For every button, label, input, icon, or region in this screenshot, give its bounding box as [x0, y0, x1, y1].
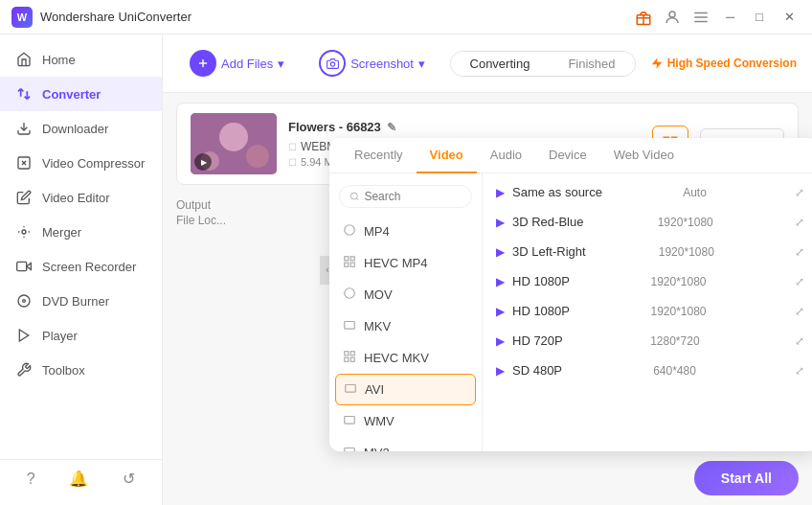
svg-rect-25	[350, 257, 354, 261]
sidebar-home-label: Home	[42, 53, 76, 67]
quality-hd-720p[interactable]: ▶ HD 720P 1280*720 ⤢	[483, 326, 812, 356]
screenshot-button[interactable]: Screenshot ▾	[307, 44, 437, 82]
format-item-mov[interactable]: MOV	[329, 279, 482, 310]
tab-converting[interactable]: Converting	[451, 52, 550, 76]
home-icon	[15, 51, 33, 68]
quality-list: ▶ Same as source Auto ⤢ ▶ 3D Red-Blue 19…	[483, 173, 812, 451]
quality-sd480-edit-icon[interactable]: ⤢	[795, 364, 804, 378]
toolbar: Add Files ▾ Screenshot ▾ Converting Fini…	[163, 34, 812, 93]
sidebar-item-dvd-burner[interactable]: DVD Burner	[0, 284, 162, 318]
svg-point-11	[23, 300, 26, 303]
sidebar-bottom: ? 🔔 ↺	[0, 459, 162, 497]
format-body: MP4 HEVC MP4 MOV	[329, 173, 812, 451]
downloader-icon	[15, 120, 33, 137]
app-title: Wondershare UniConverter	[40, 10, 192, 24]
quality-3d-rb-label: 3D Red-Blue	[512, 215, 583, 229]
maximize-button[interactable]: □	[750, 10, 769, 24]
format-tab-recently[interactable]: Recently	[341, 138, 417, 173]
sidebar-item-toolbox[interactable]: Toolbox	[0, 353, 162, 387]
quality-hd-1080p-1[interactable]: ▶ HD 1080P 1920*1080 ⤢	[483, 266, 812, 296]
svg-rect-36	[345, 448, 355, 452]
svg-point-7	[22, 230, 26, 234]
gift-icon[interactable]	[634, 8, 653, 27]
svg-rect-27	[350, 263, 354, 266]
svg-marker-12	[19, 330, 28, 341]
quality-3d-lr-edit-icon[interactable]: ⤢	[795, 245, 804, 259]
quality-hd-1080p-2[interactable]: ▶ HD 1080P 1920*1080 ⤢	[483, 296, 812, 326]
sidebar-item-video-editor[interactable]: Video Editor	[0, 180, 162, 215]
app-body: Home Converter Downloader Video Compress…	[0, 34, 812, 505]
editor-icon	[15, 189, 33, 206]
quality-3d-rb-edit-icon[interactable]: ⤢	[795, 216, 804, 229]
help-icon[interactable]: ?	[27, 471, 35, 488]
svg-point-1	[669, 11, 675, 17]
quality-same-label: Same as source	[512, 185, 602, 199]
add-files-button[interactable]: Add Files ▾	[178, 44, 296, 82]
sidebar-item-screen-recorder[interactable]: Screen Recorder	[0, 249, 162, 284]
sidebar-item-video-compressor[interactable]: Video Compressor	[0, 146, 162, 180]
notification-icon[interactable]: 🔔	[69, 470, 88, 488]
sidebar: Home Converter Downloader Video Compress…	[0, 34, 163, 505]
quality-same-edit-icon[interactable]: ⤢	[795, 186, 804, 199]
quality-hd720-edit-icon[interactable]: ⤢	[795, 334, 804, 348]
titlebar-icons: ─ □ ✕	[634, 8, 801, 27]
quality-hd1-edit-icon[interactable]: ⤢	[795, 275, 804, 288]
format-item-mkv[interactable]: MKV	[329, 310, 482, 342]
svg-rect-30	[345, 352, 349, 356]
sidebar-recorder-label: Screen Recorder	[42, 260, 136, 274]
file-name-text: Flowers - 66823	[288, 120, 381, 134]
format-item-avi[interactable]: AVI	[335, 374, 476, 405]
quality-same-as-source[interactable]: ▶ Same as source Auto ⤢	[483, 177, 812, 207]
format-tab-audio[interactable]: Audio	[477, 138, 535, 173]
recorder-icon	[15, 258, 33, 275]
format-tab-device[interactable]: Device	[535, 138, 600, 173]
svg-point-15	[330, 61, 334, 65]
user-icon[interactable]	[663, 8, 682, 27]
sidebar-item-home[interactable]: Home	[0, 42, 162, 77]
menu-icon[interactable]	[691, 8, 710, 27]
svg-rect-24	[345, 257, 349, 261]
sidebar-item-player[interactable]: Player	[0, 318, 162, 353]
svg-rect-9	[17, 262, 27, 270]
sidebar-item-merger[interactable]: Merger	[0, 215, 162, 249]
add-files-icon	[190, 50, 216, 77]
avi-label: AVI	[365, 382, 384, 397]
format-search-input[interactable]	[364, 190, 462, 203]
quality-hd2-edit-icon[interactable]: ⤢	[795, 305, 804, 318]
quality-3d-lr-res: 1920*1080	[659, 245, 714, 259]
compressor-icon	[15, 154, 33, 172]
quality-3d-left-right[interactable]: ▶ 3D Left-Right 1920*1080 ⤢	[483, 237, 812, 266]
mkv-icon	[343, 318, 356, 334]
format-search-box[interactable]	[339, 185, 472, 208]
file-name-edit-icon[interactable]: ✎	[387, 121, 396, 134]
format-picker-panel: Recently Video Audio Device Web Video	[329, 138, 812, 451]
format-tab-video[interactable]: Video	[417, 138, 477, 173]
sidebar-item-converter[interactable]: Converter	[0, 77, 162, 111]
hevc-mkv-label: HEVC MKV	[364, 351, 429, 365]
format-item-mp4[interactable]: MP4	[329, 216, 482, 247]
quality-3d-lr-label: 3D Left-Right	[512, 244, 586, 259]
high-speed-conversion[interactable]: High Speed Conversion	[650, 57, 797, 70]
format-item-hevc-mp4[interactable]: HEVC MP4	[329, 247, 482, 279]
minimize-button[interactable]: ─	[720, 10, 740, 24]
quality-hd2-res: 1920*1080	[650, 305, 706, 318]
sidebar-editor-label: Video Editor	[42, 191, 110, 205]
tab-finished[interactable]: Finished	[549, 52, 634, 76]
format-item-hevc-mkv[interactable]: HEVC MKV	[329, 342, 482, 374]
dvd-icon	[15, 292, 33, 310]
quality-3d-red-blue[interactable]: ▶ 3D Red-Blue 1920*1080 ⤢	[483, 207, 812, 237]
refresh-icon[interactable]: ↺	[123, 470, 135, 488]
sidebar-item-downloader[interactable]: Downloader	[0, 111, 162, 146]
format-tab-web-video[interactable]: Web Video	[600, 138, 688, 173]
quality-sd-480p[interactable]: ▶ SD 480P 640*480 ⤢	[483, 356, 812, 385]
hevc-mp4-icon	[343, 255, 356, 271]
format-item-mv2[interactable]: MV2	[329, 437, 482, 451]
start-all-button[interactable]: Start All	[694, 461, 799, 495]
quality-3d-rb-res: 1920*1080	[658, 216, 713, 229]
close-button[interactable]: ✕	[778, 10, 801, 24]
play-icon-hd2: ▶	[496, 305, 505, 318]
format-item-wmv[interactable]: WMV	[329, 405, 482, 437]
svg-point-10	[18, 295, 30, 307]
converter-icon	[15, 85, 33, 103]
play-icon-hd720: ▶	[496, 334, 505, 348]
